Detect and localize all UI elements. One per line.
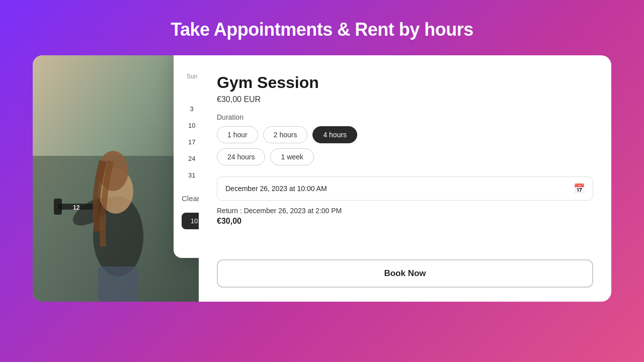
duration-options-row1: 1 hour 2 hours 4 hours <box>217 126 593 143</box>
return-price: €30,00 <box>217 217 593 226</box>
main-card: 12 December ⌄ 2023 › Sun Mon Tue Wed Thu… <box>33 55 611 302</box>
svg-rect-9 <box>98 266 138 302</box>
duration-1week[interactable]: 1 week <box>270 148 313 165</box>
calendar-day[interactable]: 17 <box>184 134 199 150</box>
clear-button[interactable]: Clear <box>182 194 199 203</box>
calendar-day[interactable]: 24 <box>184 150 199 166</box>
gym-image: 12 December ⌄ 2023 › Sun Mon Tue Wed Thu… <box>33 55 199 302</box>
right-panel: Gym Session €30,00 EUR Duration 1 hour 2… <box>199 55 611 302</box>
calendar-day[interactable]: 10 <box>184 117 199 133</box>
calendar-weekdays: Sun Mon Tue Wed Thu Fri Sat <box>182 71 199 82</box>
calendar-actions: Clear Save <box>182 189 199 208</box>
svg-rect-4 <box>54 199 62 215</box>
calendar-icon[interactable]: 📅 <box>574 183 585 194</box>
selected-datetime: December 26, 2023 at 10:00 AM <box>225 185 327 193</box>
calendar-popup: December ⌄ 2023 › Sun Mon Tue Wed Thu Fr… <box>174 55 199 258</box>
return-info: Return : December 26, 2023 at 2:00 PM <box>217 207 593 215</box>
svg-text:12: 12 <box>73 204 80 211</box>
duration-2hours[interactable]: 2 hours <box>263 126 308 143</box>
time-slots: 10:00 AM12:00 PM2:00 PM4:00 PM <box>182 213 199 250</box>
session-price: €30,00 EUR <box>217 95 593 104</box>
calendar-day[interactable]: 31 <box>184 167 199 183</box>
time-slot[interactable]: 10:00 AM <box>182 213 199 229</box>
weekday-sun: Sun <box>182 71 199 82</box>
duration-1hour[interactable]: 1 hour <box>217 126 258 143</box>
page-title: Take Appointments & Rent by hours <box>0 0 644 55</box>
duration-options-row2: 24 hours 1 week <box>217 148 593 165</box>
calendar-day[interactable]: 3 <box>184 101 199 117</box>
calendar-day <box>184 84 199 100</box>
calendar-days: 1234567891011121314151617181920212223242… <box>182 84 199 183</box>
datetime-field[interactable]: December 26, 2023 at 10:00 AM 📅 <box>217 176 593 201</box>
session-title: Gym Session <box>217 73 593 92</box>
calendar-header: December ⌄ 2023 › <box>182 55 199 64</box>
duration-4hours[interactable]: 4 hours <box>312 126 357 143</box>
duration-24hours[interactable]: 24 hours <box>217 148 265 165</box>
duration-label: Duration <box>217 113 593 121</box>
book-now-button[interactable]: Book Now <box>217 259 593 288</box>
